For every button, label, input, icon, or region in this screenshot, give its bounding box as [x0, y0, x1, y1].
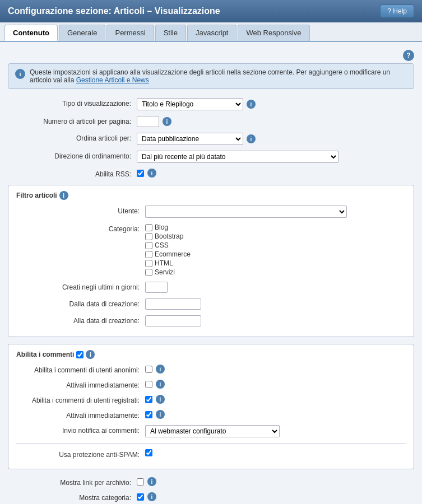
tab-javascript[interactable]: Javascript — [187, 25, 237, 41]
attiva1-checkbox[interactable] — [145, 381, 152, 388]
archivio-row: Mostra link per archivio: i — [8, 476, 414, 488]
filtro-legend: Filtro articoli i — [16, 191, 406, 200]
spam-control — [145, 449, 406, 456]
mostra-cat-info-icon[interactable]: i — [147, 492, 156, 501]
gestione-link[interactable]: Gestione Articoli e News — [76, 76, 149, 84]
cat-html-checkbox[interactable] — [145, 260, 152, 267]
rss-checkbox[interactable] — [137, 170, 144, 177]
tipo-info-icon[interactable]: i — [247, 100, 256, 109]
anonimi-checkbox[interactable] — [145, 366, 152, 373]
cat-blog-checkbox[interactable] — [145, 224, 152, 231]
direzione-row: Direzione di ordinamento: Dal più recent… — [8, 150, 414, 164]
help-question-icon[interactable]: ? — [403, 50, 414, 61]
registrati-row: Abilita i commenti di utenti registrati:… — [16, 394, 406, 405]
tab-stile[interactable]: Stile — [155, 25, 186, 41]
anonimi-label: Abilita i commenti di utenti anonimi: — [16, 365, 145, 374]
commenti-box: Abilita i commenti i Abilita i commenti … — [8, 344, 414, 469]
dalla-row: Dalla data di creazione: — [16, 297, 406, 311]
registrati-checkbox[interactable] — [145, 396, 152, 403]
tab-generale[interactable]: Generale — [59, 25, 105, 41]
commenti-legend-info-icon[interactable]: i — [86, 350, 95, 359]
anonimi-row: Abilita i commenti di utenti anonimi: i — [16, 363, 406, 375]
rss-label: Abilita RSS: — [8, 169, 137, 178]
alla-label: Alla data di creazione: — [16, 315, 145, 325]
attiva2-row: Attivali immediatamente: i — [16, 409, 406, 421]
cat-servizi: Servizi — [145, 268, 191, 276]
anonimi-info-icon[interactable]: i — [156, 365, 165, 374]
mostra-cat-checkbox[interactable] — [137, 493, 144, 501]
attiva2-checkbox[interactable] — [145, 411, 152, 418]
cat-html: HTML — [145, 259, 191, 267]
cat-css-checkbox[interactable] — [145, 242, 152, 249]
giorni-input[interactable] — [145, 282, 168, 293]
archivio-control: i — [137, 477, 414, 486]
main-form: Tipo di visualizzazione: Titolo e Riepil… — [8, 97, 414, 179]
rss-info-icon[interactable]: i — [147, 169, 156, 178]
tipo-select[interactable]: Titolo e Riepilogo Solo titolo Completo — [137, 98, 243, 110]
utente-control — [145, 206, 406, 218]
commenti-legend: Abilita i commenti i — [16, 350, 406, 359]
cat-servizi-checkbox[interactable] — [145, 269, 152, 276]
mostra-cat-control: i — [137, 492, 414, 501]
alla-row: Alla data di creazione: — [16, 314, 406, 328]
attiva2-control: i — [145, 410, 406, 419]
categoria-label: Categoria: — [16, 223, 145, 233]
direzione-select[interactable]: Dal più recente al più datato Dal più da… — [137, 151, 338, 163]
category-list: Blog Bootstrap CSS Ecommerce — [145, 223, 191, 276]
tab-contenuto[interactable]: Contenuto — [4, 25, 58, 41]
numero-row: Numero di articoli per pagina: 10 i — [8, 115, 414, 128]
cat-bootstrap: Bootstrap — [145, 232, 191, 240]
attiva1-control: i — [145, 380, 406, 389]
numero-info-icon[interactable]: i — [163, 117, 171, 126]
mostra-cat-row: Mostra categoria: i — [8, 491, 414, 503]
cat-ecommerce-checkbox[interactable] — [145, 251, 152, 258]
notifica-select[interactable]: Al webmaster configurato Nessuno Tutti — [145, 425, 280, 437]
alla-control — [145, 315, 406, 326]
numero-label: Numero di articoli per pagina: — [8, 116, 137, 125]
content-area: ? i Queste impostazioni si applicano all… — [0, 42, 422, 504]
filtro-info-icon[interactable]: i — [59, 191, 68, 200]
registrati-info-icon[interactable]: i — [156, 395, 165, 404]
utente-select[interactable] — [145, 206, 347, 218]
tab-permessi[interactable]: Permessi — [106, 25, 154, 41]
anonimi-control: i — [145, 365, 406, 374]
mostra-cat-label: Mostra categoria: — [8, 492, 137, 502]
filtro-box: Filtro articoli i Utente: Categoria: — [8, 185, 414, 337]
attiva1-label: Attivali immediatamente: — [16, 380, 145, 389]
attiva2-info-icon[interactable]: i — [156, 410, 165, 419]
tab-web-responsive[interactable]: Web Responsive — [238, 25, 309, 41]
alla-input[interactable] — [145, 315, 201, 326]
tabs-bar: Contenuto Generale Permessi Stile Javasc… — [0, 22, 422, 42]
spam-checkbox[interactable] — [145, 449, 152, 456]
rss-checkbox-wrap — [137, 170, 144, 177]
dalla-input[interactable] — [145, 298, 201, 310]
direzione-label: Direzione di ordinamento: — [8, 151, 137, 160]
archivio-info-icon[interactable]: i — [147, 477, 156, 486]
spam-label: Usa protezione anti-SPAM: — [16, 449, 145, 459]
utente-row: Utente: — [16, 204, 406, 219]
info-icon: i — [15, 69, 25, 79]
archivio-checkbox[interactable] — [137, 478, 144, 486]
commenti-legend-checkbox[interactable] — [76, 351, 84, 358]
spam-row: Usa protezione anti-SPAM: — [16, 448, 406, 460]
ordina-row: Ordina articoli per: Data pubblicazione … — [8, 132, 414, 146]
rss-control: i — [137, 169, 414, 178]
registrati-control: i — [145, 395, 406, 404]
cat-blog: Blog — [145, 223, 191, 231]
attiva1-info-icon[interactable]: i — [156, 380, 165, 389]
numero-control: 10 i — [137, 116, 414, 127]
attiva2-label: Attivali immediatamente: — [16, 410, 145, 419]
info-box: i Queste impostazioni si applicano alla … — [8, 63, 414, 89]
help-button[interactable]: ? Help — [380, 4, 414, 18]
numero-input[interactable]: 10 — [137, 116, 159, 127]
ordina-info-icon[interactable]: i — [247, 134, 256, 143]
cat-bootstrap-checkbox[interactable] — [145, 233, 152, 240]
archivio-label: Mostra link per archivio: — [8, 477, 137, 487]
ordina-select[interactable]: Data pubblicazione Titolo Autore — [137, 133, 243, 145]
dalla-label: Dalla data di creazione: — [16, 298, 145, 308]
tipo-control: Titolo e Riepilogo Solo titolo Completo … — [137, 98, 414, 110]
giorni-row: Creati negli ultimi n giorni: — [16, 281, 406, 294]
notifica-row: Invio notifica ai commenti: Al webmaster… — [16, 424, 406, 438]
info-text: Queste impostazioni si applicano alla vi… — [30, 68, 407, 84]
tipo-row: Tipo di visualizzazione: Titolo e Riepil… — [8, 97, 414, 111]
